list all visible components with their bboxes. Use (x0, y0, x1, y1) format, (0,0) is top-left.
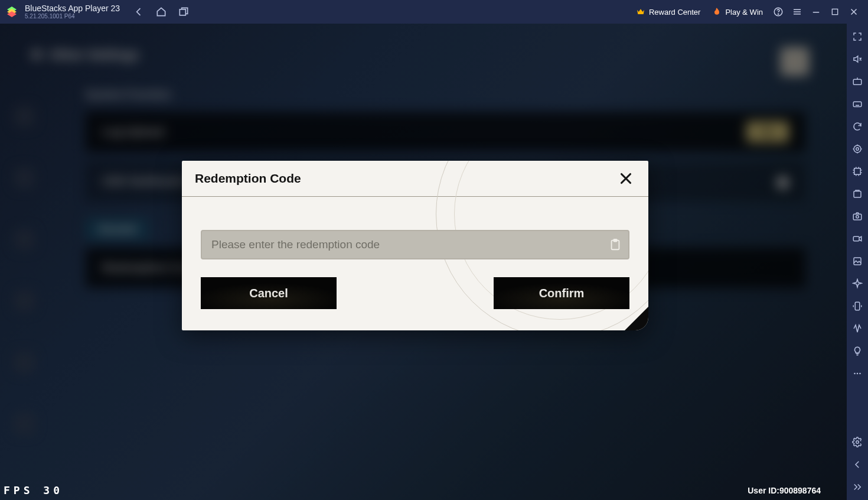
svg-rect-6 (853, 79, 862, 85)
android-back-icon[interactable] (851, 459, 863, 470)
fps-label: FPS (4, 484, 34, 496)
redemption-code-input[interactable] (211, 238, 598, 251)
cancel-button[interactable]: Cancel (201, 277, 337, 309)
help-icon[interactable] (770, 4, 787, 20)
svg-point-17 (854, 373, 856, 375)
apk-install-icon[interactable] (851, 188, 863, 200)
rotate-icon[interactable] (851, 300, 863, 312)
svg-point-19 (859, 373, 861, 375)
app-title-block: BlueStacks App Player 23 5.21.205.1001 P… (25, 4, 120, 20)
svg-rect-16 (855, 302, 860, 310)
svg-point-9 (854, 145, 861, 152)
close-window-icon[interactable] (846, 4, 862, 20)
modal-close-icon[interactable] (616, 169, 635, 188)
svg-rect-14 (853, 236, 859, 241)
redemption-code-modal: Redemption Code Cancel Confirm (182, 161, 648, 330)
app-version: 5.21.205.1001 P64 (25, 14, 120, 20)
volume-mute-icon[interactable] (851, 53, 863, 65)
home-icon[interactable] (155, 6, 167, 18)
user-id-label: User ID: (748, 486, 779, 495)
crown-icon (636, 7, 645, 17)
svg-rect-0 (180, 9, 185, 15)
sync-icon[interactable] (851, 121, 863, 132)
keymap-icon[interactable] (851, 76, 863, 87)
fullscreen-icon[interactable] (851, 31, 863, 43)
memory-icon[interactable] (851, 165, 863, 177)
reward-center-button[interactable]: Reward Center (630, 5, 706, 19)
location-icon[interactable] (851, 143, 863, 155)
more-icon[interactable] (851, 368, 863, 379)
settings-icon[interactable] (851, 436, 863, 448)
app-title: BlueStacks App Player 23 (25, 4, 120, 12)
hamburger-icon[interactable] (789, 4, 805, 20)
back-icon[interactable] (133, 6, 145, 18)
lightbulb-icon[interactable] (851, 345, 863, 357)
bluestacks-logo-icon (5, 5, 19, 19)
minimize-icon[interactable] (808, 4, 824, 20)
confirm-button[interactable]: Confirm (494, 277, 629, 309)
fps-counter: FPS 30 (4, 484, 63, 496)
game-viewport: ⚙ Other Settings ✕ System Function Log U… (0, 24, 847, 500)
modal-title: Redemption Code (195, 171, 301, 186)
fps-value: 30 (43, 484, 63, 496)
svg-rect-12 (853, 214, 862, 220)
redemption-code-field[interactable] (201, 230, 629, 259)
user-id: User ID:900898764 (748, 486, 821, 495)
svg-point-8 (856, 148, 859, 151)
paste-icon[interactable] (608, 238, 622, 252)
maximize-icon[interactable] (827, 4, 843, 20)
recent-apps-icon[interactable] (178, 6, 190, 18)
svg-rect-7 (853, 102, 862, 106)
svg-rect-15 (854, 258, 861, 265)
record-icon[interactable] (851, 233, 863, 245)
airplane-icon[interactable] (851, 278, 863, 290)
collapse-sidebar-icon[interactable] (851, 481, 863, 493)
svg-point-13 (856, 216, 859, 219)
screenshot-icon[interactable] (851, 210, 863, 222)
play-and-win-button[interactable]: Play & Win (706, 5, 769, 19)
titlebar: BlueStacks App Player 23 5.21.205.1001 P… (0, 0, 868, 24)
reward-center-label: Reward Center (649, 8, 700, 17)
gallery-icon[interactable] (851, 255, 863, 267)
emulator-sidebar (847, 24, 868, 500)
keyboard-icon[interactable] (851, 98, 863, 110)
svg-rect-11 (854, 191, 861, 198)
svg-point-18 (857, 373, 859, 375)
svg-rect-10 (854, 168, 861, 175)
svg-rect-5 (614, 239, 617, 242)
play-and-win-label: Play & Win (725, 8, 763, 17)
svg-rect-3 (832, 9, 837, 14)
shake-icon[interactable] (851, 323, 863, 335)
svg-point-2 (778, 14, 778, 14)
flame-icon (712, 7, 722, 17)
svg-point-20 (856, 441, 859, 444)
user-id-value: 900898764 (779, 486, 821, 495)
